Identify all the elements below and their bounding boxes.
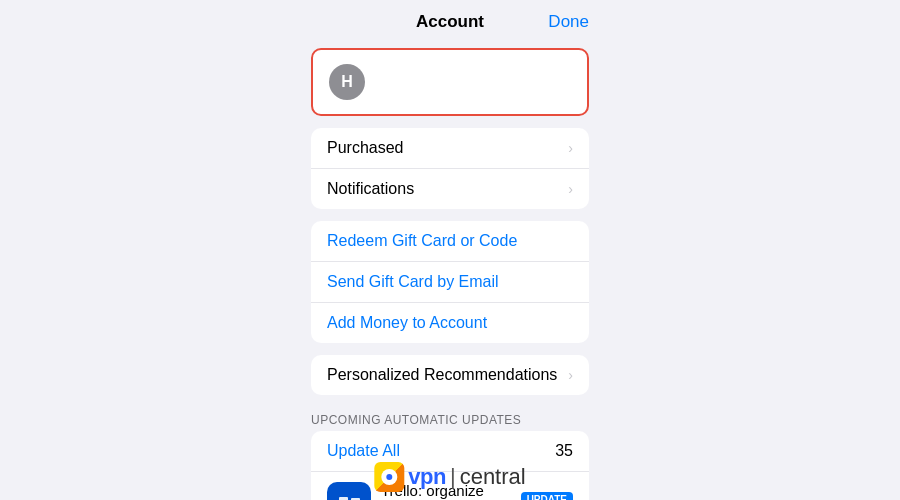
done-button[interactable]: Done [548,12,589,32]
page-title: Account [416,12,484,32]
phone-container: Account Done H Purchased › Notifications… [295,0,605,500]
header: Account Done [295,0,605,40]
profile-section[interactable]: H [311,48,589,116]
nav-list: Purchased › Notifications › [311,128,589,209]
central-text: central [460,464,526,490]
chevron-right-icon: › [568,181,573,197]
notifications-label: Notifications [327,180,414,198]
purchased-label: Purchased [327,139,404,157]
vpn-text: vpn [408,464,446,490]
personalized-item[interactable]: Personalized Recommendations › [311,355,589,395]
redeem-gift-card-item[interactable]: Redeem Gift Card or Code [311,221,589,262]
update-badge[interactable]: UPDATE [521,492,573,501]
add-money-label: Add Money to Account [327,314,487,332]
send-label: Send Gift Card by Email [327,273,499,291]
trello-app-icon [327,482,371,500]
chevron-right-icon: › [568,367,573,383]
personalized-label: Personalized Recommendations [327,366,557,384]
chevron-right-icon: › [568,140,573,156]
notifications-item[interactable]: Notifications › [311,169,589,209]
send-gift-card-item[interactable]: Send Gift Card by Email [311,262,589,303]
watermark-separator: | [450,464,456,490]
personalized-section: Personalized Recommendations › [311,355,589,395]
vpn-logo-icon [374,462,404,492]
gift-section: Redeem Gift Card or Code Send Gift Card … [311,221,589,343]
avatar: H [329,64,365,100]
update-count-badge: 35 [555,442,573,460]
purchased-item[interactable]: Purchased › [311,128,589,169]
updates-section-label: UPCOMING AUTOMATIC UPDATES [295,407,605,431]
redeem-label: Redeem Gift Card or Code [327,232,517,250]
update-all-button[interactable]: Update All [327,442,400,460]
add-money-item[interactable]: Add Money to Account [311,303,589,343]
watermark: vpn | central [374,462,525,492]
